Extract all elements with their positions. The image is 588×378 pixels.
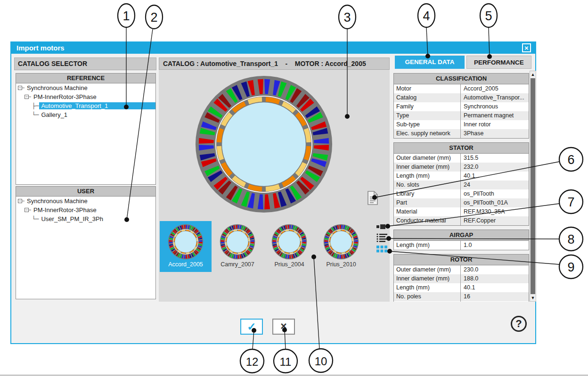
tree-item-pm-innerrotor-3phase[interactable]: PM-InnerRotor-3Phase — [16, 205, 155, 214]
tree-item-gallery_1[interactable]: └─Gallery_1 — [16, 110, 155, 119]
property-value: 16 — [461, 292, 529, 301]
callout-11-circle — [274, 349, 297, 373]
table-airgap: AIRGAPLength (mm)1.0 — [393, 230, 529, 250]
property-label: Length (mm) — [394, 283, 461, 292]
callout-5-number: 5 — [485, 9, 492, 23]
tree-item-pm-innerrotor-3phase[interactable]: PM-InnerRotor-3Phase — [16, 92, 155, 101]
callout-10-circle — [309, 349, 333, 372]
callout-6-circle — [559, 148, 583, 171]
confirm-button[interactable]: ✓ — [240, 319, 263, 335]
property-value: 232.0 — [461, 163, 529, 172]
callout-8-number: 8 — [567, 232, 574, 247]
reference-tree-panel: REFERENCE Synchronous MachinePM-InnerRot… — [16, 73, 156, 185]
table-row: Length (mm)1.0 — [394, 241, 529, 250]
tree-item-label: PM-InnerRotor-3Phase — [32, 93, 98, 100]
table-row: CatalogAutomotive_Transpor... — [394, 93, 529, 102]
callout-12-circle — [240, 349, 264, 373]
table-row: Inner diameter (mm)188.0 — [394, 274, 529, 283]
property-label: Library — [394, 189, 461, 198]
property-label: Sub-type — [394, 120, 461, 129]
table-row: Partos_PllTooth_01A — [394, 198, 529, 207]
motor-thumbnail-prius_2004[interactable]: Prius_2004 — [263, 221, 315, 272]
motor-thumbnail-prius_2010[interactable]: Prius_2010 — [315, 221, 367, 272]
table-row: Outer diameter (mm)315.5 — [394, 154, 529, 163]
property-label: Part — [394, 198, 461, 207]
callout-7-number: 7 — [567, 195, 574, 209]
dialog-titlebar: Import motors × — [11, 42, 535, 54]
tree-item-label: User_SM_PM_IR_3Ph — [39, 215, 105, 222]
tree-item-synchronous machine[interactable]: Synchronous Machine — [16, 83, 155, 92]
callout-10-number: 10 — [315, 355, 327, 368]
table-classification: CLASSIFICATIONMotorAccord_2005CatalogAut… — [393, 73, 529, 139]
tab-performance[interactable]: PERFORMANCE — [466, 56, 531, 69]
tree-item-label: Automotive_Transport_1 — [39, 102, 155, 109]
catalog-selector-header: CATALOG SELECTOR — [14, 58, 156, 70]
property-value: Automotive_Transpor... — [461, 93, 529, 102]
property-label: Length (mm) — [394, 241, 461, 250]
icon-size-toggle[interactable] — [376, 223, 391, 231]
thumbnail-image — [220, 224, 255, 260]
thumbnail-view-icon[interactable] — [376, 246, 387, 255]
expander-icon[interactable] — [24, 95, 29, 99]
property-value: 1.0 — [461, 241, 529, 250]
general-data-tables: CLASSIFICATIONMotorAccord_2005CatalogAut… — [393, 73, 529, 302]
table-row: Conductor materialREF.Copper — [394, 216, 529, 225]
motor-preview-panel: Accord_2005Camry_2007Prius_2004Prius_201… — [159, 70, 390, 302]
scroll-up-icon[interactable]: ▲ — [530, 71, 536, 78]
property-value: 40.1 — [461, 283, 529, 292]
tree-item-synchronous machine[interactable]: Synchronous Machine — [16, 197, 155, 205]
help-icon[interactable]: ? — [511, 316, 527, 332]
property-label: Family — [394, 102, 461, 111]
table-title: ROTOR — [394, 255, 529, 265]
tree-connector: └─ — [32, 112, 39, 118]
tree-item-user_sm_pm_ir_3ph[interactable]: └─User_SM_PM_IR_3Ph — [16, 214, 155, 223]
callout-9-circle — [559, 255, 583, 279]
property-value: 24 — [461, 181, 529, 189]
scroll-down-icon[interactable]: ▼ — [530, 295, 536, 301]
tree-item-label: PM-InnerRotor-3Phase — [32, 206, 98, 214]
datasheet-icon[interactable] — [367, 190, 379, 205]
import-motors-dialog: Import motors × CATALOG SELECTOR REFEREN… — [10, 41, 536, 344]
tree-item-automotive_transport_1[interactable]: ├─Automotive_Transport_1 — [16, 101, 155, 110]
expander-icon[interactable] — [18, 86, 22, 90]
motor-cross-section — [194, 74, 334, 214]
close-icon[interactable]: × — [522, 43, 531, 52]
property-value: 188.0 — [461, 274, 529, 283]
tree-item-label: Gallery_1 — [39, 111, 69, 118]
property-value: 230.0 — [461, 265, 529, 274]
tree-item-label: Synchronous Machine — [25, 197, 90, 205]
cancel-button[interactable]: × — [272, 319, 295, 335]
property-value: 40.1 — [461, 172, 529, 181]
table-title: STATOR — [394, 143, 529, 154]
property-value: os_PllTooth — [461, 189, 529, 198]
table-row: FamilySynchronous — [394, 102, 529, 111]
motor-thumbnail-camry_2007[interactable]: Camry_2007 — [212, 221, 263, 272]
property-label: Conductor material — [394, 216, 461, 225]
thumbnail-label: Accord_2005 — [160, 261, 212, 268]
motor-thumbnail-accord_2005[interactable]: Accord_2005 — [160, 221, 212, 272]
callout-12-number: 12 — [246, 355, 259, 368]
vertical-scrollbar[interactable]: ▲ ▼ — [530, 71, 536, 302]
list-view-icon[interactable] — [376, 233, 388, 245]
page-bottom-divider — [0, 375, 588, 376]
callout-5-circle — [480, 4, 497, 27]
table-row: TypePermanent magnet — [394, 111, 529, 120]
dialog-title: Import motors — [16, 44, 65, 52]
table-title: CLASSIFICATION — [394, 74, 529, 84]
callout-4-number: 4 — [423, 9, 430, 23]
expander-icon[interactable] — [24, 208, 29, 212]
clipped-row — [394, 301, 529, 302]
table-row: Length (mm)40.1 — [394, 172, 529, 181]
tab-general-data[interactable]: GENERAL DATA — [395, 56, 465, 69]
callout-3-number: 3 — [343, 10, 351, 25]
property-value: REF.M330_35A — [461, 207, 529, 216]
expander-icon[interactable] — [18, 199, 22, 203]
tree-connector: └─ — [32, 216, 39, 222]
reference-tree-title: REFERENCE — [16, 74, 155, 83]
callout-7-circle — [559, 190, 583, 214]
callout-2-number: 2 — [150, 10, 157, 25]
table-rotor: ROTOROuter diameter (mm)230.0Inner diame… — [393, 254, 529, 302]
table-row: Sub-typeInner rotor — [394, 120, 529, 129]
scrollbar-thumb[interactable] — [531, 78, 535, 294]
screenshot-root: Import motors × CATALOG SELECTOR REFEREN… — [0, 0, 588, 378]
